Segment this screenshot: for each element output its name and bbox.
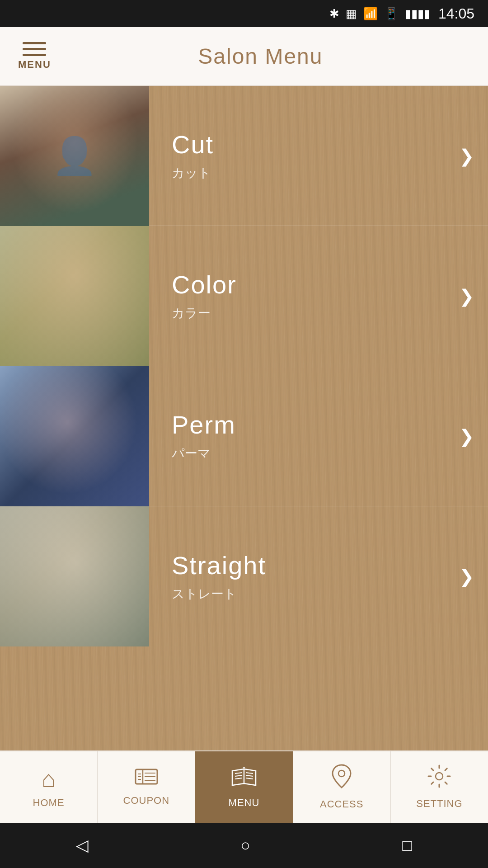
cut-title-en: Cut bbox=[172, 130, 441, 159]
bottom-nav: ⌂ HOME COUPON bbox=[0, 750, 488, 823]
battery-icon: ▮▮▮▮ bbox=[405, 7, 430, 21]
menu-item-straight[interactable]: Straight ストレート ❯ bbox=[0, 506, 488, 646]
page-title: Salon Menu bbox=[51, 44, 470, 69]
straight-info: Straight ストレート bbox=[149, 506, 459, 646]
svg-point-15 bbox=[338, 770, 345, 777]
svg-line-9 bbox=[235, 773, 242, 774]
cut-title-ja: カット bbox=[172, 165, 441, 182]
svg-line-13 bbox=[246, 775, 253, 776]
straight-title-ja: ストレート bbox=[172, 585, 441, 603]
android-home-button[interactable]: ○ bbox=[240, 836, 250, 855]
perm-arrow-icon: ❯ bbox=[459, 366, 488, 506]
status-time: 14:05 bbox=[438, 5, 474, 22]
nav-coupon-label: COUPON bbox=[123, 795, 170, 807]
color-photo bbox=[0, 226, 149, 366]
nav-setting[interactable]: SETTING bbox=[391, 751, 488, 823]
wifi-icon: 📶 bbox=[363, 7, 378, 21]
header: MENU Salon Menu bbox=[0, 27, 488, 86]
color-title-en: Color bbox=[172, 270, 441, 299]
android-back-button[interactable]: ◁ bbox=[76, 836, 89, 855]
nav-menu[interactable]: MENU bbox=[195, 751, 293, 823]
color-info: Color カラー bbox=[149, 226, 459, 366]
menu-item-perm[interactable]: Perm パーマ ❯ bbox=[0, 366, 488, 506]
perm-photo bbox=[0, 366, 149, 506]
nav-menu-label: MENU bbox=[229, 797, 260, 809]
hamburger-icon bbox=[23, 42, 46, 56]
perm-title-en: Perm bbox=[172, 410, 441, 439]
coupon-icon bbox=[135, 768, 158, 790]
menu-list: Cut カット ❯ Color カラー ❯ Perm パーマ ❯ bbox=[0, 86, 488, 750]
nav-home-label: HOME bbox=[33, 797, 65, 809]
menu-content: Cut カット ❯ Color カラー ❯ Perm パーマ ❯ bbox=[0, 86, 488, 750]
sim-icon: 📱 bbox=[384, 7, 399, 21]
cut-arrow-icon: ❯ bbox=[459, 86, 488, 226]
menu-item-cut[interactable]: Cut カット ❯ bbox=[0, 86, 488, 226]
nav-coupon[interactable]: COUPON bbox=[98, 751, 195, 823]
straight-title-en: Straight bbox=[172, 551, 441, 580]
menu-label: MENU bbox=[18, 59, 51, 71]
svg-line-14 bbox=[246, 778, 253, 779]
perm-info: Perm パーマ bbox=[149, 366, 459, 506]
cut-info: Cut カット bbox=[149, 86, 459, 226]
straight-photo bbox=[0, 506, 149, 646]
svg-line-12 bbox=[246, 773, 253, 774]
android-recent-button[interactable]: □ bbox=[402, 836, 412, 855]
menu-item-color[interactable]: Color カラー ❯ bbox=[0, 226, 488, 366]
status-bar: ✱ ▦ 📶 📱 ▮▮▮▮ 14:05 bbox=[0, 0, 488, 27]
menu-book-icon bbox=[230, 765, 258, 793]
access-icon bbox=[332, 764, 352, 794]
straight-arrow-icon: ❯ bbox=[459, 506, 488, 646]
vibrate-icon: ▦ bbox=[346, 7, 357, 21]
color-arrow-icon: ❯ bbox=[459, 226, 488, 366]
home-icon: ⌂ bbox=[42, 765, 56, 793]
svg-point-16 bbox=[436, 773, 443, 780]
setting-icon bbox=[427, 764, 451, 793]
cut-photo bbox=[0, 86, 149, 226]
nav-home[interactable]: ⌂ HOME bbox=[0, 751, 98, 823]
svg-line-10 bbox=[235, 775, 242, 776]
nav-access[interactable]: ACCESS bbox=[293, 751, 391, 823]
bluetooth-icon: ✱ bbox=[329, 7, 339, 21]
perm-title-ja: パーマ bbox=[172, 445, 441, 462]
nav-access-label: ACCESS bbox=[320, 798, 363, 810]
status-icons: ✱ ▦ 📶 📱 ▮▮▮▮ bbox=[329, 7, 430, 21]
svg-line-11 bbox=[235, 778, 242, 779]
nav-setting-label: SETTING bbox=[416, 798, 462, 810]
color-title-ja: カラー bbox=[172, 305, 441, 322]
menu-button[interactable]: MENU bbox=[18, 42, 51, 71]
android-nav: ◁ ○ □ bbox=[0, 823, 488, 868]
